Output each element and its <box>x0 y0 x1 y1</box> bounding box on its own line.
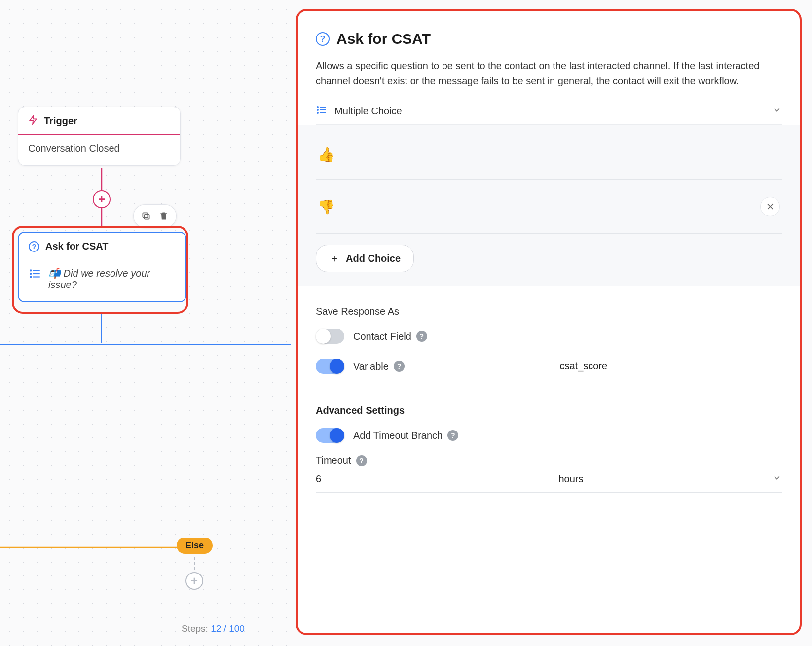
trigger-node[interactable]: Trigger Conversation Closed <box>18 107 181 166</box>
question-icon: ? <box>29 241 39 252</box>
help-icon[interactable]: ? <box>447 430 458 441</box>
timeout-value-input[interactable] <box>316 473 539 485</box>
choices-container: 👍 👎 ✕ ＋ Add Choice <box>298 125 800 286</box>
question-icon: ? <box>316 32 330 46</box>
add-step-button[interactable]: + <box>93 190 111 208</box>
timeout-branch-toggle[interactable] <box>316 428 344 443</box>
ask-node-highlight: ? Ask for CSAT 📬 Did we resolve your iss… <box>12 226 188 314</box>
svg-rect-5 <box>145 215 149 219</box>
timeout-branch-label: Add Timeout Branch <box>353 430 443 441</box>
help-icon[interactable]: ? <box>394 361 405 372</box>
add-choice-button[interactable]: ＋ Add Choice <box>316 245 414 272</box>
connector-dashed <box>194 557 196 574</box>
svg-rect-6 <box>143 213 148 217</box>
lightning-icon <box>28 115 38 127</box>
svg-point-18 <box>317 112 318 113</box>
connector-line <box>101 314 103 343</box>
step-settings-panel: ? Ask for CSAT Allows a specific questio… <box>296 9 802 635</box>
svg-point-12 <box>30 276 31 277</box>
chevron-down-icon <box>772 473 782 485</box>
connector-line <box>101 168 103 192</box>
copy-button[interactable] <box>139 209 153 223</box>
svg-point-11 <box>30 273 31 274</box>
svg-point-17 <box>317 109 318 110</box>
variable-toggle[interactable] <box>316 359 344 374</box>
list-icon <box>316 104 328 118</box>
ask-node-prompt: 📬 Did we resolve your issue? <box>48 267 176 290</box>
help-icon[interactable]: ? <box>416 331 427 342</box>
variable-label: Variable <box>353 361 389 372</box>
help-icon[interactable]: ? <box>356 455 367 466</box>
workflow-canvas[interactable]: Trigger Conversation Closed + ? Ask for … <box>0 0 291 646</box>
svg-point-10 <box>30 270 31 271</box>
panel-description: Allows a specific question to be sent to… <box>316 58 782 89</box>
choice-item[interactable]: 👍 <box>316 130 782 180</box>
chevron-down-icon <box>772 105 782 117</box>
list-icon <box>29 267 41 283</box>
save-response-label: Save Response As <box>316 306 782 317</box>
advanced-settings-label: Advanced Settings <box>316 405 782 416</box>
add-choice-label: Add Choice <box>346 253 401 264</box>
node-toolbar <box>133 204 177 228</box>
trigger-body: Conversation Closed <box>18 135 180 165</box>
svg-point-16 <box>317 107 318 108</box>
ask-node-title: Ask for CSAT <box>45 241 108 252</box>
question-type-value: Multiple Choice <box>334 106 402 117</box>
trigger-title: Trigger <box>44 115 77 127</box>
contact-field-toggle[interactable] <box>316 329 344 344</box>
timeout-unit-value: hours <box>559 473 584 485</box>
plus-icon: ＋ <box>329 251 340 266</box>
panel-title: Ask for CSAT <box>336 31 431 47</box>
horizontal-line <box>0 344 291 345</box>
remove-choice-button[interactable]: ✕ <box>760 197 780 216</box>
choice-emoji: 👍 <box>318 146 335 163</box>
choice-item[interactable]: 👎 ✕ <box>316 180 782 234</box>
timeout-unit-select[interactable]: hours <box>559 473 782 485</box>
timeout-label: Timeout <box>316 455 351 466</box>
else-branch[interactable]: Else <box>177 538 213 554</box>
variable-name-input[interactable] <box>559 356 782 377</box>
question-type-select[interactable]: Multiple Choice <box>316 98 782 125</box>
connector-line <box>101 207 103 228</box>
delete-button[interactable] <box>156 209 171 223</box>
ask-csat-node[interactable]: ? Ask for CSAT 📬 Did we resolve your iss… <box>18 232 186 302</box>
connector-curve <box>0 523 197 552</box>
contact-field-label: Contact Field <box>353 331 411 342</box>
choice-emoji: 👎 <box>318 199 335 215</box>
steps-counter: Steps: 12 / 100 <box>182 623 245 634</box>
add-step-button-grey[interactable]: + <box>185 572 203 590</box>
